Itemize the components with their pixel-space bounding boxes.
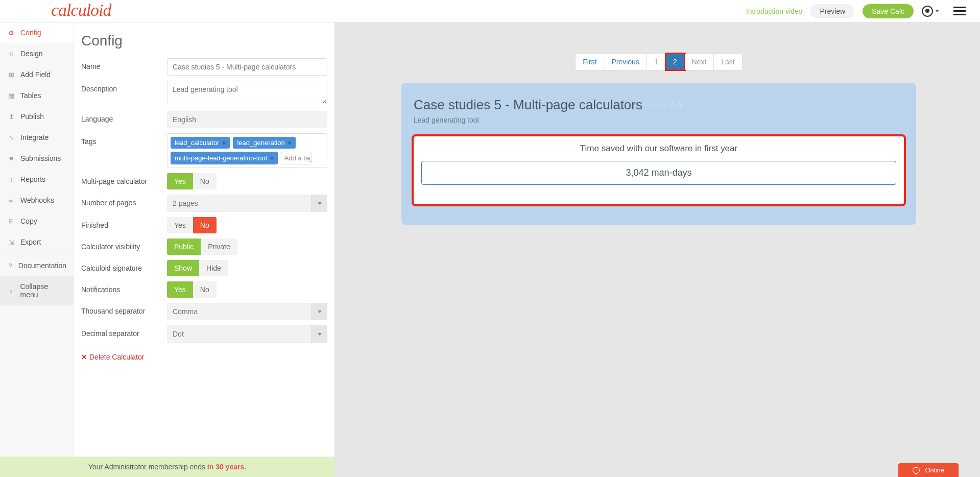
top-actions: Introduction video Preview Save Calc [746, 4, 966, 18]
finished-yes[interactable]: Yes [167, 217, 193, 233]
tag-remove-icon[interactable]: × [288, 139, 292, 147]
preview-half: First Previous 1 2 Next Last Case studie… [334, 22, 980, 477]
sidebar-item-documentation[interactable]: ? Documentation [0, 255, 74, 276]
notifications-no[interactable]: No [193, 281, 217, 298]
tags-label: Tags [81, 133, 167, 168]
description-input[interactable]: Lead generating tool [167, 81, 327, 104]
num-pages-select[interactable] [167, 195, 327, 212]
pager-last[interactable]: Last [714, 54, 742, 70]
decimal-sep-label: Decimal separator [81, 325, 167, 343]
pager-page-1[interactable]: 1 [647, 54, 666, 70]
preview-area: First Previous 1 2 Next Last Case studie… [335, 22, 980, 225]
logo[interactable]: calculoid [51, 1, 111, 22]
tag-chip: multi-page-lead-generation-tool × [171, 152, 278, 164]
thousand-sep-label: Thousand separator [81, 303, 167, 320]
calculator-card: Case studies 5 - Multi-page calculators … [401, 83, 916, 225]
sidebar-item-reports[interactable]: ⫾ Reports [0, 169, 74, 190]
workspace: ⚙ Config π Design ⊞ Add Field ▦ Tables ↥… [0, 22, 980, 477]
calculator-title: Case studies 5 - Multi-page calculators [414, 97, 642, 113]
user-avatar-icon [922, 6, 933, 17]
list-icon: ≡ [7, 155, 15, 162]
signature-label: Calculoid signature [81, 260, 167, 276]
language-input[interactable] [167, 111, 327, 128]
tag-remove-icon[interactable]: × [222, 139, 226, 147]
copy-icon: ⎘ [7, 218, 15, 225]
design-icon: π [7, 50, 15, 58]
result-panel: Time saved with our software in first ye… [414, 136, 904, 204]
pager-first[interactable]: First [576, 54, 604, 70]
tags-input[interactable]: lead_calculator × lead_generation × mult… [167, 133, 327, 168]
pager: First Previous 1 2 Next Last [401, 53, 916, 70]
sidebar-item-label: Submissions [20, 154, 61, 162]
tag-add-input[interactable]: Add a tag [281, 152, 312, 164]
chat-widget[interactable]: Online [898, 463, 959, 477]
finished-no[interactable]: No [193, 217, 217, 233]
banner-text: Your Administrator membership ends [88, 463, 207, 471]
sidebar-item-config[interactable]: ⚙ Config [0, 22, 74, 43]
num-pages-label: Number of pages [81, 195, 167, 212]
notifications-yes[interactable]: Yes [167, 281, 193, 298]
editor-half: ⚙ Config π Design ⊞ Add Field ▦ Tables ↥… [0, 22, 334, 477]
pager-next[interactable]: Next [685, 54, 714, 70]
description-label: Description [81, 81, 167, 106]
sidebar-item-label: Add Field [20, 70, 51, 79]
result-heading: Time saved with our software in first ye… [419, 144, 899, 154]
sidebar-item-submissions[interactable]: ≡ Submissions [0, 148, 74, 169]
sidebar-item-label: Documentation [18, 261, 66, 270]
tag-remove-icon[interactable]: × [270, 155, 274, 162]
visibility-label: Calculator visibility [81, 238, 167, 255]
result-value: 3,042 man-days [421, 161, 897, 185]
export-icon: ⇲ [7, 238, 15, 246]
star-icon: ☆ [662, 102, 668, 108]
preview-button[interactable]: Preview [810, 4, 854, 18]
main-menu-button[interactable] [953, 7, 966, 15]
sidebar-item-integrate[interactable]: ⤡ Integrate [0, 127, 74, 148]
question-circle-icon: ? [7, 262, 13, 270]
multipage-no[interactable]: No [193, 173, 217, 189]
intro-video-link[interactable]: Introduction video [746, 7, 803, 15]
banner-emphasis: in 30 years. [207, 463, 246, 471]
page-title: Config [81, 33, 327, 49]
save-calc-button[interactable]: Save Calc [863, 4, 914, 18]
sidebar-item-label: Webhooks [20, 196, 54, 204]
star-icon: ☆ [655, 102, 661, 108]
notifications-toggle: Yes No [167, 281, 327, 298]
webhook-icon: ∞ [7, 197, 15, 204]
pager-previous[interactable]: Previous [604, 54, 647, 70]
tag-chip: lead_calculator × [171, 137, 230, 149]
sidebar-item-tables[interactable]: ▦ Tables [0, 85, 74, 106]
visibility-public[interactable]: Public [167, 238, 201, 255]
visibility-private[interactable]: Private [201, 238, 237, 255]
multipage-label: Multi-page calculator [81, 173, 167, 189]
sidebar-item-export[interactable]: ⇲ Export [0, 232, 74, 253]
signature-hide[interactable]: Hide [199, 260, 228, 276]
finished-label: Finished [81, 217, 167, 233]
delete-calculator-link[interactable]: ✕Delete Calculator [81, 353, 144, 361]
star-icon: ☆ [648, 102, 654, 108]
sidebar-item-add-field[interactable]: ⊞ Add Field [0, 64, 74, 85]
sidebar-collapse-button[interactable]: ‹ Collapse menu [0, 276, 74, 305]
sidebar-item-copy[interactable]: ⎘ Copy [0, 211, 74, 232]
sidebar-item-webhooks[interactable]: ∞ Webhooks [0, 190, 74, 211]
sidebar-item-label: Tables [20, 91, 41, 100]
bar-chart-icon: ⫾ [7, 176, 15, 183]
multipage-yes[interactable]: Yes [167, 173, 193, 189]
decimal-sep-select[interactable] [167, 325, 327, 343]
upload-icon: ↥ [7, 113, 15, 121]
pager-page-2[interactable]: 2 [666, 54, 685, 70]
plus-square-icon: ⊞ [7, 71, 15, 79]
signature-show[interactable]: Show [167, 260, 199, 276]
sidebar-item-label: Config [20, 29, 41, 37]
sidebar-item-publish[interactable]: ↥ Publish [0, 106, 74, 127]
sidebar-item-label: Design [20, 50, 43, 58]
rating-stars[interactable]: ☆ ☆ ☆ ☆ ☆ [648, 102, 683, 108]
sidebar-item-label: Integrate [20, 133, 49, 141]
close-icon: ✕ [81, 353, 87, 361]
calculator-subtitle: Lead generating tool [414, 116, 904, 124]
name-input[interactable] [167, 58, 327, 76]
user-menu[interactable] [922, 6, 939, 17]
sidebar-item-design[interactable]: π Design [0, 43, 74, 64]
thousand-sep-select[interactable] [167, 303, 327, 320]
visibility-toggle: Public Private [167, 238, 327, 255]
multipage-toggle: Yes No [167, 173, 327, 189]
